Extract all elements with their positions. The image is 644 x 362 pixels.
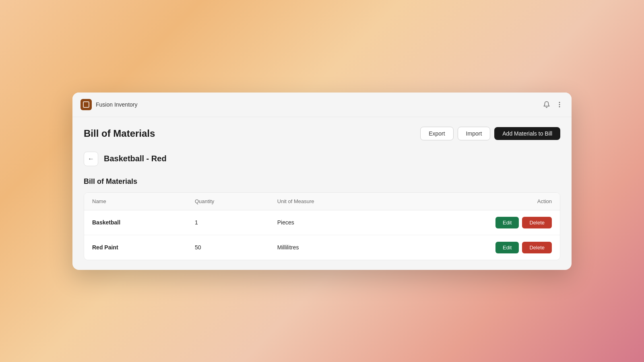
materials-table: Name Quantity Unit of Measure Action Bas…	[84, 193, 560, 260]
col-header-name: Name	[84, 193, 187, 210]
app-window: Fusion Inventory Bill of Materials Expor…	[72, 93, 572, 270]
col-header-action: Action	[392, 193, 560, 210]
col-header-unit: Unit of Measure	[269, 193, 392, 210]
cell-unit-2: Millilitres	[269, 235, 392, 260]
product-name: Basketball - Red	[104, 154, 167, 163]
cell-name-1: Basketball	[84, 210, 187, 235]
back-arrow-icon: ←	[88, 155, 94, 162]
more-options-icon[interactable]	[555, 101, 564, 109]
edit-button-1[interactable]: Edit	[495, 217, 519, 228]
col-header-quantity: Quantity	[187, 193, 269, 210]
cell-action-2: Edit Delete	[392, 235, 560, 260]
titlebar: Fusion Inventory	[72, 93, 572, 117]
delete-button-2[interactable]: Delete	[522, 242, 552, 253]
edit-button-2[interactable]: Edit	[495, 242, 519, 253]
section-title: Bill of Materials	[84, 177, 560, 186]
delete-button-1[interactable]: Delete	[522, 217, 552, 228]
app-icon	[80, 99, 92, 110]
page-header: Bill of Materials Export Import Add Mate…	[84, 127, 560, 140]
cell-name-2: Red Paint	[84, 235, 187, 260]
page-title: Bill of Materials	[84, 128, 155, 139]
table-header: Name Quantity Unit of Measure Action	[84, 193, 560, 210]
header-actions: Export Import Add Materials to Bill	[420, 127, 560, 140]
main-content: Bill of Materials Export Import Add Mate…	[72, 117, 572, 270]
notification-icon[interactable]	[543, 101, 551, 109]
import-button[interactable]: Import	[458, 127, 491, 140]
table-row: Basketball 1 Pieces Edit Delete	[84, 210, 560, 235]
back-button[interactable]: ←	[84, 152, 98, 166]
app-name: Fusion Inventory	[96, 101, 138, 108]
svg-point-1	[559, 104, 560, 105]
cell-action-1: Edit Delete	[392, 210, 560, 235]
svg-point-0	[559, 102, 560, 103]
add-materials-button[interactable]: Add Materials to Bill	[494, 127, 560, 140]
cell-quantity-2: 50	[187, 235, 269, 260]
table-body: Basketball 1 Pieces Edit Delete Red Pain…	[84, 210, 560, 260]
cell-quantity-1: 1	[187, 210, 269, 235]
product-header: ← Basketball - Red	[84, 152, 560, 166]
titlebar-right	[543, 101, 564, 109]
svg-point-2	[559, 106, 560, 107]
materials-table-container: Name Quantity Unit of Measure Action Bas…	[84, 192, 560, 260]
titlebar-left: Fusion Inventory	[80, 99, 138, 110]
cell-unit-1: Pieces	[269, 210, 392, 235]
table-row: Red Paint 50 Millilitres Edit Delete	[84, 235, 560, 260]
export-button[interactable]: Export	[420, 127, 453, 140]
app-icon-inner	[83, 101, 89, 108]
